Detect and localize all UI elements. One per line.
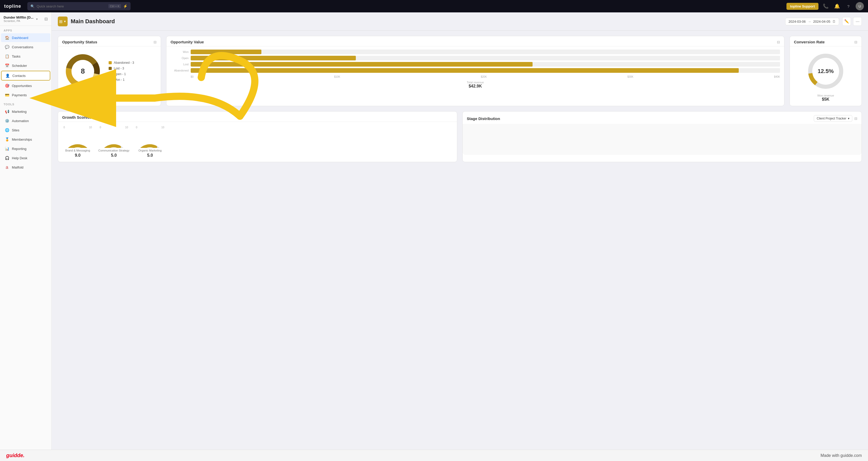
sidebar-item-label: Automation bbox=[12, 119, 29, 123]
search-input[interactable] bbox=[37, 4, 106, 8]
bar-fill-open bbox=[191, 56, 356, 60]
gauge-svg-brand bbox=[62, 130, 93, 148]
gauge-label-brand: Brand & Messaging bbox=[65, 149, 90, 152]
apps-section-label: Apps bbox=[0, 26, 51, 33]
filter-icon-conv[interactable]: ⊟ bbox=[854, 40, 858, 44]
legend-label-abandoned: Abandoned - 3 bbox=[114, 61, 134, 64]
edit-button[interactable]: ✏️ bbox=[842, 17, 851, 26]
sidebar-item-marketing[interactable]: 📢 Marketing bbox=[1, 107, 50, 116]
conversations-icon: 💬 bbox=[5, 45, 9, 49]
x-label-2: $20K bbox=[481, 75, 487, 78]
sidebar-item-label: Scheduler bbox=[12, 64, 27, 68]
avatar[interactable]: U bbox=[856, 2, 864, 10]
sidebar-item-label: Help Desk bbox=[12, 156, 27, 160]
bar-row-won: Won bbox=[170, 50, 780, 54]
legend-label-won: Won - 1 bbox=[114, 78, 125, 82]
legend-dot-abandoned bbox=[108, 61, 112, 64]
gauge-max-organic: 10 bbox=[161, 126, 164, 129]
search-bar[interactable]: 🔍 Ctrl + K ⚡ bbox=[27, 2, 130, 10]
gauge-range-organic: 0 10 bbox=[136, 126, 164, 129]
sidebar-item-opportunities[interactable]: 🎯 Opportunities bbox=[1, 81, 50, 90]
dashboard-icon: 🏠 bbox=[5, 35, 9, 40]
bar-track-lost bbox=[191, 62, 780, 67]
more-options-button[interactable]: ⋯ bbox=[853, 17, 862, 26]
date-from: 2024-03-06 bbox=[788, 20, 806, 24]
help-icon[interactable]: ? bbox=[844, 2, 852, 10]
payments-icon: 💳 bbox=[5, 93, 9, 97]
support-button[interactable]: topline Support bbox=[786, 3, 818, 10]
bar-fill-won bbox=[191, 50, 261, 54]
opportunity-status-card: Opportunity Status ⊟ bbox=[58, 36, 161, 106]
x-label-4: $40K bbox=[774, 75, 780, 78]
stage-distribution-card: Stage Distribution Client Project Tracke… bbox=[462, 111, 862, 162]
sidebar-item-conversations[interactable]: 💬 Conversations bbox=[1, 42, 50, 51]
opportunity-value-header: Opportunity Value ⊟ bbox=[166, 36, 784, 47]
filter-icon-value[interactable]: ⊟ bbox=[777, 40, 780, 44]
sidebar-item-memberships[interactable]: 🏅 Memberships bbox=[1, 135, 50, 144]
opportunity-status-body: 8 Abandoned - 3 Lost - 3 bbox=[58, 47, 161, 96]
sidebar-item-label: Conversations bbox=[12, 45, 33, 49]
gauge-comm-strategy: 0 10 Communication Strategy 5.0 bbox=[98, 126, 129, 158]
layout-toggle-icon[interactable]: ⊟ bbox=[44, 17, 48, 22]
bar-chart: Won Open bbox=[166, 47, 784, 78]
legend-dot-open bbox=[108, 72, 112, 75]
sidebar-item-tasks[interactable]: 📋 Tasks bbox=[1, 52, 50, 61]
sidebar-item-helpdesk[interactable]: 🎧 Help Desk bbox=[1, 154, 50, 162]
helpdesk-icon: 🎧 bbox=[5, 156, 9, 160]
sidebar-item-reporting[interactable]: 📊 Reporting bbox=[1, 144, 50, 153]
chevron-down-icon: ▼ bbox=[63, 20, 66, 23]
donut-chart: 8 bbox=[62, 51, 103, 92]
stage-distribution-title: Stage Distribution bbox=[467, 116, 500, 121]
reporting-icon: 📊 bbox=[5, 146, 9, 151]
guidde-logo: guidde. bbox=[6, 453, 25, 458]
sidebar-item-label: Tasks bbox=[12, 55, 20, 58]
sidebar-item-scheduler[interactable]: 📅 Scheduler bbox=[1, 61, 50, 70]
x-label-1: $10K bbox=[334, 75, 340, 78]
search-shortcut: Ctrl + K bbox=[108, 4, 121, 8]
view-toggle-button[interactable]: ⊞ ▼ bbox=[58, 17, 68, 26]
gauge-svg-organic bbox=[134, 130, 165, 148]
sidebar-item-dashboard[interactable]: 🏠 Dashboard bbox=[1, 33, 50, 42]
won-revenue-value: $5K bbox=[817, 97, 834, 102]
sidebar-item-automation[interactable]: ⚙️ Automation bbox=[1, 116, 50, 125]
sidebar-item-label: Memberships bbox=[12, 137, 32, 142]
gauge-label-comm: Communication Strategy bbox=[98, 149, 129, 152]
opportunity-value-title: Opportunity Value bbox=[170, 40, 204, 44]
dashboard-row-1: Opportunity Status ⊟ bbox=[58, 36, 862, 106]
conversion-rate-body: 12.5% Won revenue $5K bbox=[790, 47, 862, 106]
sidebar-item-sites[interactable]: 🌐 Sites bbox=[1, 126, 50, 134]
workspace-selector[interactable]: Dunder Mifflin [D... Scranton, PA ▾ ⊟ bbox=[0, 12, 51, 26]
donut-total: 8 bbox=[81, 67, 85, 75]
filter-icon[interactable]: ⊟ bbox=[154, 40, 157, 44]
opportunity-value-card: Opportunity Value ⊟ Won Op bbox=[166, 36, 784, 106]
sidebar-item-mailfold[interactable]: a Mailfold bbox=[1, 163, 50, 172]
filter-icon-stage[interactable]: ⊟ bbox=[854, 116, 858, 121]
legend-dot-won bbox=[108, 78, 112, 81]
sidebar-item-payments[interactable]: 💳 Payments bbox=[1, 91, 50, 99]
total-revenue-value: $42.9K bbox=[467, 84, 484, 89]
bell-icon[interactable]: 🔔 bbox=[833, 2, 841, 10]
stage-dropdown[interactable]: Client Project Tracker ▾ bbox=[814, 115, 852, 122]
sidebar-item-contacts[interactable]: 👤 Contacts bbox=[1, 71, 50, 81]
workspace-name: Dunder Mifflin [D... bbox=[4, 16, 34, 19]
sidebar-item-label: Contacts bbox=[12, 74, 26, 78]
bar-x-labels: $0 $10K $20K $30K $40K bbox=[170, 74, 780, 78]
sidebar-item-label: Sites bbox=[12, 128, 19, 132]
gauge-label-organic: Organic Marketing bbox=[138, 149, 162, 152]
date-range-picker[interactable]: 2024-03-06 → 2024-04-05 🗓 bbox=[785, 18, 839, 25]
bar-row-open: Open bbox=[170, 56, 780, 60]
chevron-down-icon: ▾ bbox=[848, 117, 849, 120]
sites-icon: 🌐 bbox=[5, 128, 9, 132]
phone-icon[interactable]: 📞 bbox=[822, 2, 830, 10]
bar-fill-lost bbox=[191, 62, 533, 67]
calendar-icon: 🗓 bbox=[832, 20, 836, 24]
bar-track-won bbox=[191, 50, 780, 54]
gauge-min-organic: 0 bbox=[136, 126, 137, 129]
page-title: Main Dashboard bbox=[71, 18, 782, 25]
bar-label-abandoned: Abandoned bbox=[170, 69, 189, 72]
automation-icon: ⚙️ bbox=[5, 119, 9, 123]
workspace-subtitle: Scranton, PA bbox=[4, 19, 34, 23]
gauge-brand-messaging: 0 10 Brand & Messaging 9.0 bbox=[62, 126, 93, 158]
total-revenue-label: Total revenue bbox=[467, 81, 484, 84]
dashboard-row-2: Growth Scorecard 0 10 bbox=[58, 111, 862, 162]
